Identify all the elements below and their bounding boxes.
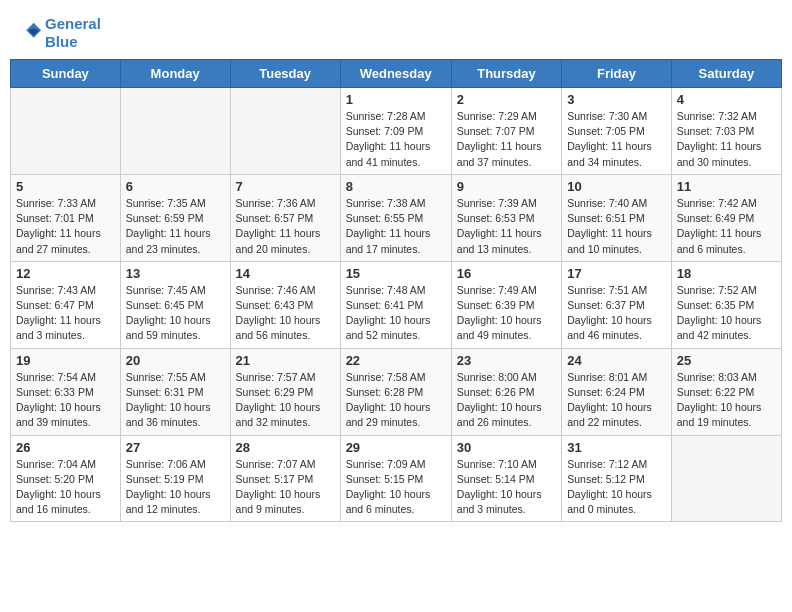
day-info: Sunrise: 7:51 AMSunset: 6:37 PMDaylight:… bbox=[567, 283, 666, 344]
calendar-cell: 18Sunrise: 7:52 AMSunset: 6:35 PMDayligh… bbox=[671, 261, 781, 348]
calendar-cell: 1Sunrise: 7:28 AMSunset: 7:09 PMDaylight… bbox=[340, 88, 451, 175]
calendar-cell: 16Sunrise: 7:49 AMSunset: 6:39 PMDayligh… bbox=[451, 261, 561, 348]
day-info: Sunrise: 7:04 AMSunset: 5:20 PMDaylight:… bbox=[16, 457, 115, 518]
weekday-header: Thursday bbox=[451, 60, 561, 88]
calendar-cell: 23Sunrise: 8:00 AMSunset: 6:26 PMDayligh… bbox=[451, 348, 561, 435]
weekday-header: Tuesday bbox=[230, 60, 340, 88]
day-number: 22 bbox=[346, 353, 446, 368]
day-info: Sunrise: 7:42 AMSunset: 6:49 PMDaylight:… bbox=[677, 196, 776, 257]
day-info: Sunrise: 8:01 AMSunset: 6:24 PMDaylight:… bbox=[567, 370, 666, 431]
day-number: 11 bbox=[677, 179, 776, 194]
calendar-table: SundayMondayTuesdayWednesdayThursdayFrid… bbox=[10, 59, 782, 522]
day-number: 12 bbox=[16, 266, 115, 281]
day-info: Sunrise: 7:36 AMSunset: 6:57 PMDaylight:… bbox=[236, 196, 335, 257]
day-info: Sunrise: 7:39 AMSunset: 6:53 PMDaylight:… bbox=[457, 196, 556, 257]
day-info: Sunrise: 7:28 AMSunset: 7:09 PMDaylight:… bbox=[346, 109, 446, 170]
day-info: Sunrise: 7:30 AMSunset: 7:05 PMDaylight:… bbox=[567, 109, 666, 170]
day-number: 7 bbox=[236, 179, 335, 194]
calendar-week-row: 5Sunrise: 7:33 AMSunset: 7:01 PMDaylight… bbox=[11, 174, 782, 261]
day-info: Sunrise: 7:58 AMSunset: 6:28 PMDaylight:… bbox=[346, 370, 446, 431]
day-info: Sunrise: 7:45 AMSunset: 6:45 PMDaylight:… bbox=[126, 283, 225, 344]
calendar-cell: 15Sunrise: 7:48 AMSunset: 6:41 PMDayligh… bbox=[340, 261, 451, 348]
day-info: Sunrise: 7:46 AMSunset: 6:43 PMDaylight:… bbox=[236, 283, 335, 344]
calendar-cell: 14Sunrise: 7:46 AMSunset: 6:43 PMDayligh… bbox=[230, 261, 340, 348]
day-info: Sunrise: 7:55 AMSunset: 6:31 PMDaylight:… bbox=[126, 370, 225, 431]
calendar-cell: 29Sunrise: 7:09 AMSunset: 5:15 PMDayligh… bbox=[340, 435, 451, 522]
day-info: Sunrise: 8:03 AMSunset: 6:22 PMDaylight:… bbox=[677, 370, 776, 431]
day-info: Sunrise: 7:09 AMSunset: 5:15 PMDaylight:… bbox=[346, 457, 446, 518]
calendar-cell: 24Sunrise: 8:01 AMSunset: 6:24 PMDayligh… bbox=[562, 348, 672, 435]
day-info: Sunrise: 7:35 AMSunset: 6:59 PMDaylight:… bbox=[126, 196, 225, 257]
day-number: 3 bbox=[567, 92, 666, 107]
day-info: Sunrise: 7:43 AMSunset: 6:47 PMDaylight:… bbox=[16, 283, 115, 344]
day-number: 27 bbox=[126, 440, 225, 455]
day-info: Sunrise: 7:12 AMSunset: 5:12 PMDaylight:… bbox=[567, 457, 666, 518]
day-info: Sunrise: 7:29 AMSunset: 7:07 PMDaylight:… bbox=[457, 109, 556, 170]
calendar-cell: 25Sunrise: 8:03 AMSunset: 6:22 PMDayligh… bbox=[671, 348, 781, 435]
calendar-cell bbox=[11, 88, 121, 175]
logo: General Blue bbox=[15, 15, 101, 51]
calendar-cell: 21Sunrise: 7:57 AMSunset: 6:29 PMDayligh… bbox=[230, 348, 340, 435]
logo-icon bbox=[15, 19, 43, 47]
day-number: 2 bbox=[457, 92, 556, 107]
day-number: 23 bbox=[457, 353, 556, 368]
day-info: Sunrise: 7:48 AMSunset: 6:41 PMDaylight:… bbox=[346, 283, 446, 344]
day-info: Sunrise: 7:10 AMSunset: 5:14 PMDaylight:… bbox=[457, 457, 556, 518]
day-number: 6 bbox=[126, 179, 225, 194]
weekday-header: Saturday bbox=[671, 60, 781, 88]
calendar-cell: 17Sunrise: 7:51 AMSunset: 6:37 PMDayligh… bbox=[562, 261, 672, 348]
day-number: 4 bbox=[677, 92, 776, 107]
calendar-cell: 30Sunrise: 7:10 AMSunset: 5:14 PMDayligh… bbox=[451, 435, 561, 522]
calendar-cell: 22Sunrise: 7:58 AMSunset: 6:28 PMDayligh… bbox=[340, 348, 451, 435]
calendar-cell bbox=[671, 435, 781, 522]
day-number: 8 bbox=[346, 179, 446, 194]
day-number: 25 bbox=[677, 353, 776, 368]
calendar-week-row: 19Sunrise: 7:54 AMSunset: 6:33 PMDayligh… bbox=[11, 348, 782, 435]
day-info: Sunrise: 7:32 AMSunset: 7:03 PMDaylight:… bbox=[677, 109, 776, 170]
day-number: 30 bbox=[457, 440, 556, 455]
calendar-cell: 3Sunrise: 7:30 AMSunset: 7:05 PMDaylight… bbox=[562, 88, 672, 175]
day-info: Sunrise: 7:54 AMSunset: 6:33 PMDaylight:… bbox=[16, 370, 115, 431]
calendar-header-row: SundayMondayTuesdayWednesdayThursdayFrid… bbox=[11, 60, 782, 88]
calendar-cell: 12Sunrise: 7:43 AMSunset: 6:47 PMDayligh… bbox=[11, 261, 121, 348]
day-number: 21 bbox=[236, 353, 335, 368]
day-info: Sunrise: 7:07 AMSunset: 5:17 PMDaylight:… bbox=[236, 457, 335, 518]
day-info: Sunrise: 7:06 AMSunset: 5:19 PMDaylight:… bbox=[126, 457, 225, 518]
day-info: Sunrise: 8:00 AMSunset: 6:26 PMDaylight:… bbox=[457, 370, 556, 431]
day-number: 16 bbox=[457, 266, 556, 281]
day-number: 17 bbox=[567, 266, 666, 281]
weekday-header: Friday bbox=[562, 60, 672, 88]
day-info: Sunrise: 7:33 AMSunset: 7:01 PMDaylight:… bbox=[16, 196, 115, 257]
calendar-cell: 9Sunrise: 7:39 AMSunset: 6:53 PMDaylight… bbox=[451, 174, 561, 261]
calendar-cell: 2Sunrise: 7:29 AMSunset: 7:07 PMDaylight… bbox=[451, 88, 561, 175]
weekday-header: Wednesday bbox=[340, 60, 451, 88]
day-number: 5 bbox=[16, 179, 115, 194]
calendar-cell: 7Sunrise: 7:36 AMSunset: 6:57 PMDaylight… bbox=[230, 174, 340, 261]
calendar-cell: 19Sunrise: 7:54 AMSunset: 6:33 PMDayligh… bbox=[11, 348, 121, 435]
day-info: Sunrise: 7:40 AMSunset: 6:51 PMDaylight:… bbox=[567, 196, 666, 257]
weekday-header: Monday bbox=[120, 60, 230, 88]
day-number: 10 bbox=[567, 179, 666, 194]
day-number: 29 bbox=[346, 440, 446, 455]
logo-text: General Blue bbox=[45, 15, 101, 51]
calendar-cell: 8Sunrise: 7:38 AMSunset: 6:55 PMDaylight… bbox=[340, 174, 451, 261]
day-number: 19 bbox=[16, 353, 115, 368]
day-info: Sunrise: 7:52 AMSunset: 6:35 PMDaylight:… bbox=[677, 283, 776, 344]
calendar-cell: 20Sunrise: 7:55 AMSunset: 6:31 PMDayligh… bbox=[120, 348, 230, 435]
calendar-cell: 26Sunrise: 7:04 AMSunset: 5:20 PMDayligh… bbox=[11, 435, 121, 522]
calendar-cell bbox=[120, 88, 230, 175]
day-number: 13 bbox=[126, 266, 225, 281]
day-info: Sunrise: 7:57 AMSunset: 6:29 PMDaylight:… bbox=[236, 370, 335, 431]
calendar-cell: 31Sunrise: 7:12 AMSunset: 5:12 PMDayligh… bbox=[562, 435, 672, 522]
day-number: 18 bbox=[677, 266, 776, 281]
calendar-week-row: 12Sunrise: 7:43 AMSunset: 6:47 PMDayligh… bbox=[11, 261, 782, 348]
day-number: 26 bbox=[16, 440, 115, 455]
day-number: 15 bbox=[346, 266, 446, 281]
day-number: 20 bbox=[126, 353, 225, 368]
calendar-cell: 10Sunrise: 7:40 AMSunset: 6:51 PMDayligh… bbox=[562, 174, 672, 261]
day-number: 24 bbox=[567, 353, 666, 368]
day-info: Sunrise: 7:49 AMSunset: 6:39 PMDaylight:… bbox=[457, 283, 556, 344]
calendar-week-row: 26Sunrise: 7:04 AMSunset: 5:20 PMDayligh… bbox=[11, 435, 782, 522]
calendar-cell bbox=[230, 88, 340, 175]
calendar-cell: 28Sunrise: 7:07 AMSunset: 5:17 PMDayligh… bbox=[230, 435, 340, 522]
